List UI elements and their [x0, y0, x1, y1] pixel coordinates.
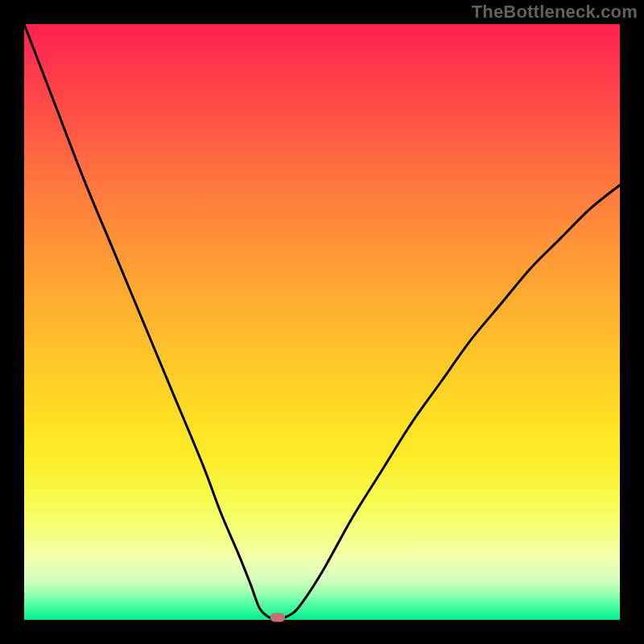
- watermark-text: TheBottleneck.com: [472, 2, 638, 23]
- curve-svg: [24, 24, 620, 620]
- chart-frame: TheBottleneck.com: [0, 0, 644, 644]
- minimum-marker: [270, 613, 285, 622]
- plot-area: [24, 24, 620, 620]
- bottleneck-curve: [24, 24, 620, 619]
